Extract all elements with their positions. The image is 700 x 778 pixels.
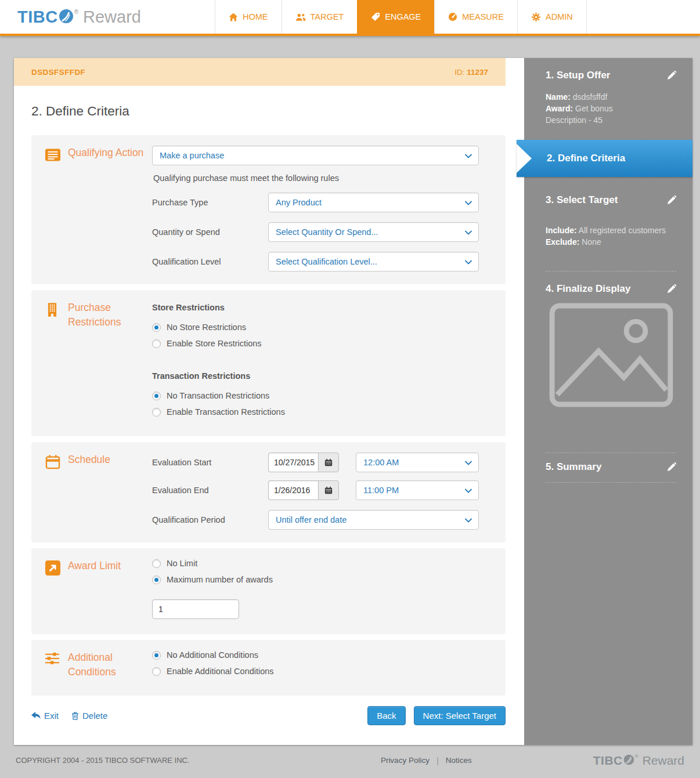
quantity-spend-select[interactable]: Select Quantity Or Spend... [268, 222, 479, 242]
exit-label: Exit [44, 711, 59, 721]
main-panel: DSDSFSFFDF ID: 11237 2. Define Criteria … [14, 58, 692, 745]
tab-engage[interactable]: ENGAGE [357, 0, 434, 36]
radio-no-store-restrictions[interactable]: No Store Restrictions [152, 323, 479, 332]
include-label: Include: [546, 226, 577, 235]
registered-mark: ® [74, 9, 78, 15]
award-value: Get bonus [575, 104, 613, 113]
radio-unselected-icon[interactable] [152, 408, 161, 417]
radio-label: Enable Additional Conditions [167, 667, 274, 676]
wizard-sidebar: 1. Setup Offer Name: dsdsfsffdf Award: G… [524, 58, 692, 745]
edit-pencil-icon[interactable] [667, 284, 676, 293]
section-qualifying-action: Qualifying Action Make a purchase Qualif… [31, 135, 506, 284]
reply-arrow-icon [31, 712, 41, 720]
qualifying-action-select[interactable]: Make a purchase [152, 146, 479, 165]
calendar-icon [45, 454, 60, 469]
tibco-wordmark: TIBC [17, 8, 58, 27]
calendar-picker-button[interactable] [318, 453, 339, 472]
tibco-globe-icon [59, 9, 74, 26]
delete-link[interactable]: Delete [71, 711, 107, 721]
radio-label: No Additional Conditions [167, 650, 258, 660]
radio-enable-additional-conditions[interactable]: Enable Additional Conditions [152, 667, 479, 676]
radio-label: Enable Store Restrictions [167, 339, 262, 348]
reward-wordmark: Reward [83, 8, 141, 27]
radio-no-transaction-restrictions[interactable]: No Transaction Restrictions [152, 391, 479, 400]
evaluation-end-date-input[interactable] [268, 480, 318, 500]
step-setup-offer: 1. Setup Offer Name: dsdsfsffdf Award: G… [524, 58, 692, 126]
evaluation-start-label: Evaluation Start [152, 458, 268, 467]
step-title: 3. Select Target [546, 194, 618, 206]
qualification-level-label: Qualification Level [152, 257, 268, 266]
offer-id: ID: 11237 [454, 68, 488, 77]
page-footer: COPYRIGHT 2004 - 2015 TIBCO SOFTWARE INC… [0, 745, 700, 776]
radio-no-additional-conditions[interactable]: No Additional Conditions [152, 650, 479, 660]
radio-no-limit[interactable]: No Limit [152, 559, 479, 568]
radio-enable-transaction-restrictions[interactable]: Enable Transaction Restrictions [152, 407, 479, 417]
users-icon [295, 13, 306, 21]
evaluation-start-time-select[interactable]: 12:00 AM [356, 453, 479, 472]
edit-pencil-icon[interactable] [667, 196, 676, 204]
qualification-level-select[interactable]: Select Qualification Level... [268, 252, 479, 272]
radio-unselected-icon[interactable] [152, 339, 161, 348]
privacy-policy-link[interactable]: Privacy Policy [381, 756, 430, 765]
tab-admin[interactable]: ADMIN [517, 0, 587, 34]
offer-id-label: ID: [454, 68, 464, 77]
purchase-type-label: Purchase Type [152, 198, 268, 207]
footer-separator: | [436, 755, 439, 765]
tab-home[interactable]: HOME [215, 0, 282, 34]
edit-pencil-icon[interactable] [667, 462, 676, 471]
include-value: All registered customers [579, 226, 666, 235]
exclude-line: Exclude: None [546, 236, 676, 248]
radio-label: No Limit [167, 559, 197, 568]
radio-selected-icon[interactable] [152, 576, 161, 584]
offer-id-value: 11237 [467, 68, 488, 77]
radio-enable-store-restrictions[interactable]: Enable Store Restrictions [152, 339, 479, 348]
edit-pencil-icon[interactable] [667, 71, 676, 79]
tab-label: ADMIN [546, 12, 573, 21]
radio-selected-icon[interactable] [152, 323, 161, 332]
tab-measure[interactable]: MEASURE [434, 0, 517, 34]
radio-max-awards[interactable]: Maximum number of awards [152, 575, 479, 584]
qualification-level-value: Select Qualification Level... [276, 257, 377, 266]
tab-label: TARGET [311, 12, 344, 21]
offer-award-line: Award: Get bonus [546, 103, 676, 114]
radio-selected-icon[interactable] [152, 651, 161, 660]
section-label: Qualifying Action [68, 146, 143, 272]
chevron-down-icon [465, 154, 472, 158]
radio-unselected-icon[interactable] [152, 667, 161, 676]
app-header: TIBC ® Reward HOME TARGET ENGAGE [0, 0, 700, 36]
qualification-period-select[interactable]: Until offer end date [268, 510, 479, 530]
radio-unselected-icon[interactable] [152, 559, 161, 568]
tab-target[interactable]: TARGET [282, 0, 358, 34]
chevron-down-icon [465, 518, 472, 523]
qualification-period-value: Until offer end date [276, 515, 347, 524]
evaluation-end-label: Evaluation End [152, 486, 268, 495]
step-summary: 5. Summary [524, 453, 692, 483]
tab-label: MEASURE [462, 12, 504, 21]
step-define-criteria-active[interactable]: 2. Define Criteria [517, 140, 692, 177]
include-line: Include: All registered customers [546, 225, 676, 236]
app-logo[interactable]: TIBC ® Reward [0, 0, 215, 34]
section-head: Qualifying Action [45, 146, 152, 272]
max-awards-input[interactable] [152, 599, 239, 619]
calendar-icon [324, 486, 333, 494]
offer-award-extra-line: Description - 45 [546, 114, 676, 126]
evaluation-start-date-input[interactable] [268, 453, 318, 472]
transaction-restrictions-heading: Transaction Restrictions [152, 371, 479, 381]
home-icon [229, 13, 238, 21]
qualifying-helper-text: Qualifying purchase must meet the follow… [153, 173, 479, 183]
building-icon [45, 302, 60, 317]
exit-link[interactable]: Exit [31, 711, 59, 721]
step-finalize-display: 4. Finalize Display [524, 272, 692, 453]
calendar-picker-button[interactable] [318, 480, 339, 500]
purchase-type-select[interactable]: Any Product [268, 193, 479, 212]
notices-link[interactable]: Notices [446, 756, 472, 765]
next-select-target-button[interactable]: Next: Select Target [414, 706, 506, 725]
section-schedule: Schedule Evaluation Start 12:00 AM [31, 442, 506, 542]
section-award-limit: Award Limit No Limit Maximum number of a… [31, 548, 506, 634]
image-placeholder-icon [546, 303, 676, 407]
radio-selected-icon[interactable] [152, 392, 161, 400]
chevron-down-icon [465, 461, 472, 465]
back-button[interactable]: Back [367, 706, 405, 725]
calendar-icon [324, 458, 333, 466]
evaluation-end-time-select[interactable]: 11:00 PM [356, 480, 479, 500]
